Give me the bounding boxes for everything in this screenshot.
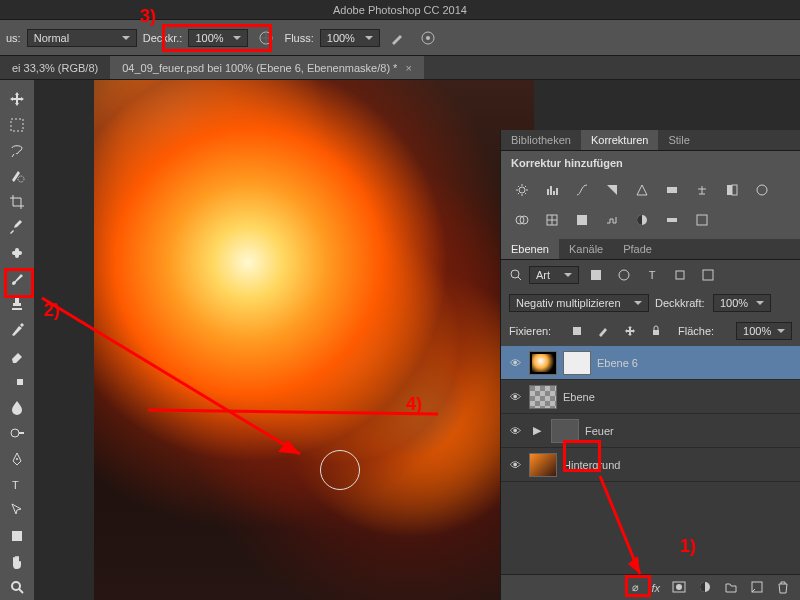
doc-tab-2[interactable]: 04_09_feuer.psd bei 100% (Ebene 6, Ebene…: [110, 56, 424, 79]
visibility-icon[interactable]: 👁: [507, 425, 523, 437]
layer-opacity-value[interactable]: 100%: [713, 294, 771, 312]
link-icon[interactable]: ⌀: [632, 581, 639, 594]
group-new-icon[interactable]: [724, 580, 738, 596]
tab-korrekturen[interactable]: Korrekturen: [581, 130, 658, 150]
opacity-value[interactable]: 100%: [188, 29, 248, 47]
title-bar: Adobe Photoshop CC 2014: [0, 0, 800, 20]
layer-row-hintergrund[interactable]: 👁 Hintergrund: [501, 448, 800, 482]
svg-rect-5: [12, 251, 22, 255]
close-icon[interactable]: ×: [405, 62, 411, 74]
gradient-tool[interactable]: [4, 369, 30, 395]
blend-mode-layer-select[interactable]: Negativ multiplizieren: [509, 294, 649, 312]
lock-move-icon[interactable]: [620, 320, 640, 342]
zoom-tool[interactable]: [4, 574, 30, 600]
layer-name[interactable]: Feuer: [585, 425, 614, 437]
pressure-opacity-icon[interactable]: [254, 26, 278, 50]
vibrance-icon[interactable]: [631, 179, 653, 201]
layer-row-ebene6[interactable]: 👁 Ebene 6: [501, 346, 800, 380]
healing-tool[interactable]: [4, 240, 30, 266]
layer-thumb[interactable]: [529, 385, 557, 409]
svg-point-14: [12, 582, 20, 590]
filter-smart-icon[interactable]: [697, 264, 719, 286]
threshold-icon[interactable]: [631, 209, 653, 231]
eraser-tool[interactable]: [4, 343, 30, 369]
brightness-icon[interactable]: [511, 179, 533, 201]
dodge-tool[interactable]: [4, 420, 30, 446]
lock-brush-icon[interactable]: [593, 320, 613, 342]
photo-filter-icon[interactable]: [751, 179, 773, 201]
selcolor-icon[interactable]: [691, 209, 713, 231]
tab-stile[interactable]: Stile: [658, 130, 699, 150]
brush-tool[interactable]: [4, 266, 30, 292]
levels-icon[interactable]: [541, 179, 563, 201]
svg-point-9: [11, 429, 19, 437]
doc-tab-1[interactable]: ei 33,3% (RGB/8): [0, 56, 110, 79]
layer-thumb[interactable]: [529, 453, 557, 477]
shape-tool[interactable]: [4, 523, 30, 549]
tab-kanale[interactable]: Kanäle: [559, 239, 613, 259]
poster-icon[interactable]: [601, 209, 623, 231]
layer-name[interactable]: Hintergrund: [563, 459, 620, 471]
disclosure-icon[interactable]: ▶: [533, 424, 541, 437]
filter-type-select[interactable]: Art: [529, 266, 579, 284]
tab-ebenen[interactable]: Ebenen: [501, 239, 559, 259]
tab-pfade[interactable]: Pfade: [613, 239, 662, 259]
hue-icon[interactable]: [661, 179, 683, 201]
bw-icon[interactable]: [721, 179, 743, 201]
pressure-size-icon[interactable]: [416, 26, 440, 50]
invert-icon[interactable]: [571, 209, 593, 231]
svg-rect-23: [577, 215, 587, 225]
eyedropper-tool[interactable]: [4, 215, 30, 241]
svg-rect-16: [667, 187, 677, 193]
filter-pixel-icon[interactable]: [585, 264, 607, 286]
layer-thumb[interactable]: [529, 351, 557, 375]
exposure-icon[interactable]: [601, 179, 623, 201]
history-brush-tool[interactable]: [4, 317, 30, 343]
curves-icon[interactable]: [571, 179, 593, 201]
svg-rect-32: [573, 327, 581, 335]
type-tool[interactable]: T: [4, 472, 30, 498]
stamp-tool[interactable]: [4, 292, 30, 318]
new-layer-icon[interactable]: [750, 580, 764, 596]
tab-bibliotheken[interactable]: Bibliotheken: [501, 130, 581, 150]
visibility-icon[interactable]: 👁: [507, 459, 523, 471]
adjustment-icon[interactable]: [698, 580, 712, 596]
adjustment-presets: [501, 175, 800, 239]
crop-tool[interactable]: [4, 189, 30, 215]
filter-adjust-icon[interactable]: [613, 264, 635, 286]
document-canvas[interactable]: [94, 80, 534, 600]
layer-name[interactable]: Ebene 6: [597, 357, 638, 369]
bal-icon[interactable]: [691, 179, 713, 201]
fill-value[interactable]: 100%: [736, 322, 792, 340]
svg-rect-31: [703, 270, 713, 280]
marquee-tool[interactable]: [4, 112, 30, 138]
mask-thumb[interactable]: [563, 351, 591, 375]
filter-type-icon[interactable]: T: [641, 264, 663, 286]
visibility-icon[interactable]: 👁: [507, 391, 523, 403]
filter-shape-icon[interactable]: [669, 264, 691, 286]
layer-row-feuer[interactable]: 👁 ▶ Feuer: [501, 414, 800, 448]
visibility-icon[interactable]: 👁: [507, 357, 523, 369]
lookup-icon[interactable]: [541, 209, 563, 231]
blur-tool[interactable]: [4, 394, 30, 420]
gradmap-icon[interactable]: [661, 209, 683, 231]
layer-name[interactable]: Ebene: [563, 391, 595, 403]
lasso-tool[interactable]: [4, 137, 30, 163]
hand-tool[interactable]: [4, 549, 30, 575]
trash-icon[interactable]: [776, 580, 790, 596]
fx-icon[interactable]: fx: [651, 582, 660, 594]
mixer-icon[interactable]: [511, 209, 533, 231]
layers-footer: ⌀ fx: [501, 574, 800, 600]
svg-point-19: [757, 185, 767, 195]
mask-icon[interactable]: [672, 580, 686, 596]
quick-select-tool[interactable]: [4, 163, 30, 189]
blend-mode-select[interactable]: Normal: [27, 29, 137, 47]
flow-value[interactable]: 100%: [320, 29, 380, 47]
path-select-tool[interactable]: [4, 497, 30, 523]
move-tool[interactable]: [4, 86, 30, 112]
airbrush-icon[interactable]: [386, 26, 410, 50]
pen-tool[interactable]: [4, 446, 30, 472]
lock-all-icon[interactable]: [646, 320, 666, 342]
lock-pixels-icon[interactable]: [567, 320, 587, 342]
layer-row-ebene[interactable]: 👁 Ebene: [501, 380, 800, 414]
